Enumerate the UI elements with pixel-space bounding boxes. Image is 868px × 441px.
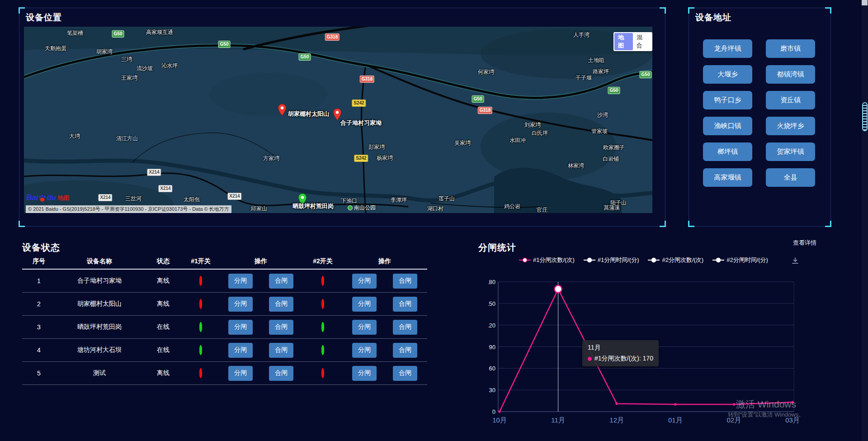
column-header: 操作 <box>255 257 267 266</box>
map-place-label: 何家塆 <box>478 68 494 76</box>
address-button-9[interactable]: 贺家坪镇 <box>766 142 815 161</box>
map-place-label: 水田冲 <box>509 137 526 144</box>
close-switch-button[interactable]: 合闸 <box>393 297 417 312</box>
device-address-panel: 设备地址 龙舟坪镇磨市镇大堰乡都镇湾镇鸭子口乡资丘镇渔峡口镇火烧坪乡榔坪镇贺家坪… <box>689 8 831 227</box>
download-icon[interactable] <box>791 257 799 265</box>
close-switch-button[interactable]: 合闸 <box>393 320 417 335</box>
scrollbar-thumb[interactable] <box>862 102 868 131</box>
map-place-label: 杨家塆 <box>377 154 393 162</box>
address-button-5[interactable]: 资丘镇 <box>766 91 815 109</box>
corner-decoration <box>825 221 831 227</box>
open-switch-button[interactable]: 分闸 <box>352 297 377 312</box>
table-row: 5测试离线分闸合闸分闸合闸 <box>22 362 427 385</box>
baidu-logo-text2: du <box>47 193 56 202</box>
road-badge-g50: G50 <box>112 30 124 38</box>
road-badge-s242: S242 <box>354 155 368 162</box>
led-red-icon <box>199 276 202 286</box>
svg-text:150: 150 <box>488 300 495 307</box>
address-button-4[interactable]: 鸭子口乡 <box>703 91 752 109</box>
map-place-label: 刘家塆 <box>524 121 541 129</box>
road-badge-x214: X214 <box>147 169 161 176</box>
table-row: 3晒鼓坪村荒田岗在线分闸合闸分闸合闸 <box>22 316 427 339</box>
map-place-label: 白岩铺 <box>603 155 619 163</box>
open-switch-button[interactable]: 分闸 <box>228 297 253 312</box>
map-type-option-map[interactable]: 地图 <box>614 33 633 50</box>
legend-item-3[interactable]: #2分闸时间/(分) <box>712 256 768 264</box>
map-place-label: 沙湾 <box>597 111 608 119</box>
legend-marker <box>648 257 660 263</box>
table-row: 2胡家棚村太阳山离线分闸合闸分闸合闸 <box>22 293 427 316</box>
address-button-11[interactable]: 全县 <box>766 168 815 187</box>
map-place-label: 土地咀 <box>588 57 604 64</box>
address-button-1[interactable]: 磨市镇 <box>766 39 815 58</box>
close-switch-button[interactable]: 合闸 <box>269 320 293 335</box>
corner-decoration <box>19 7 25 14</box>
column-header: #2开关 <box>313 257 333 266</box>
open-switch-button[interactable]: 分闸 <box>228 320 253 335</box>
device-status: 离线 <box>157 277 170 285</box>
legend-item-2[interactable]: #2分闸次数/(次) <box>648 256 703 264</box>
corner-decoration <box>660 221 666 227</box>
switch-indicator-green <box>321 323 324 331</box>
switch-indicator-green <box>199 323 202 331</box>
map-marker-label: 合子坳村习家坳 <box>340 119 382 127</box>
open-switch-button[interactable]: 分闸 <box>352 274 377 289</box>
led-green-icon <box>321 322 324 332</box>
tooltip-entry: #1分闸次数/(次): 170 <box>594 355 653 363</box>
address-button-6[interactable]: 渔峡口镇 <box>703 117 752 135</box>
close-switch-button[interactable]: 合闸 <box>393 366 417 381</box>
windows-activation-hint: 转到“设置”以激活 Windows。 <box>728 411 804 419</box>
map-place-label: 鸡公岩 <box>504 203 520 210</box>
map-type-toggle: 地图 混合 <box>613 32 652 51</box>
map-place-label: 高家堰互通 <box>146 28 173 36</box>
open-switch-button[interactable]: 分闸 <box>352 366 377 381</box>
close-switch-button[interactable]: 合闸 <box>393 274 417 289</box>
road-badge-x214: X214 <box>158 185 172 192</box>
address-button-0[interactable]: 龙舟坪镇 <box>703 39 752 58</box>
close-switch-button[interactable]: 合闸 <box>393 343 417 358</box>
legend-item-1[interactable]: #1分闸时间/(分) <box>584 256 639 264</box>
map-place-label: 沁水坪 <box>161 62 178 70</box>
device-name: 胡家棚村太阳山 <box>77 300 122 308</box>
device-name: 合子坳村习家坳 <box>77 277 122 285</box>
open-switch-button[interactable]: 分闸 <box>352 320 377 335</box>
device-status: 离线 <box>157 369 170 377</box>
close-switch-button[interactable]: 合闸 <box>269 343 293 358</box>
map-marker-pin[interactable] <box>278 104 287 118</box>
address-button-7[interactable]: 火烧坪乡 <box>766 117 815 135</box>
table-header-row: 序号设备名称状态#1开关操作#2开关操作 <box>22 254 427 270</box>
legend-item-0[interactable]: #1分闸次数/(次) <box>519 256 575 264</box>
map-place-label: 天鹅抱蛋 <box>45 45 66 52</box>
baidu-map[interactable]: 地图 混合 Bai du 地图 © 2021 Baidu - GS(2019)5… <box>24 27 652 213</box>
map-place-label: 管家坡 <box>591 128 608 135</box>
open-switch-button[interactable]: 分闸 <box>228 366 253 381</box>
legend-label: #1分闸次数/(次) <box>533 256 575 264</box>
corner-decoration <box>660 7 666 14</box>
address-button-10[interactable]: 高家堰镇 <box>703 168 752 187</box>
map-type-option-hybrid[interactable]: 混合 <box>633 33 651 50</box>
switch-indicator-red <box>199 277 202 285</box>
open-switch-button[interactable]: 分闸 <box>352 343 377 358</box>
switch-indicator-red <box>321 277 324 285</box>
address-button-grid: 龙舟坪镇磨市镇大堰乡都镇湾镇鸭子口乡资丘镇渔峡口镇火烧坪乡榔坪镇贺家坪镇高家堰镇… <box>703 39 815 187</box>
map-marker-label: 晒鼓坪村荒田岗 <box>292 202 334 210</box>
road-badge-s242: S242 <box>352 100 366 107</box>
address-button-8[interactable]: 榔坪镇 <box>703 142 752 161</box>
view-details-link[interactable]: 查看详情 <box>793 239 816 247</box>
map-place-label: 莲子山 <box>439 195 455 203</box>
address-button-2[interactable]: 大堰乡 <box>703 65 752 84</box>
operation-buttons: 分闸合闸 <box>352 366 417 381</box>
device-status: 在线 <box>157 346 170 354</box>
device-location-title: 设备位置 <box>26 12 62 24</box>
baidu-paw-icon <box>38 194 46 202</box>
open-switch-button[interactable]: 分闸 <box>228 343 253 358</box>
open-switch-button[interactable]: 分闸 <box>228 274 253 289</box>
close-switch-button[interactable]: 合闸 <box>269 274 293 289</box>
scrollbar-up-button[interactable] <box>862 0 868 5</box>
close-switch-button[interactable]: 合闸 <box>269 297 293 312</box>
chart-tooltip: 11月 #1分闸次数/(次): 170 <box>582 340 659 366</box>
address-button-3[interactable]: 都镇湾镇 <box>766 65 815 84</box>
map-place-label: 下渔口 <box>341 197 357 205</box>
close-switch-button[interactable]: 合闸 <box>269 366 293 381</box>
legend-marker <box>519 257 531 263</box>
